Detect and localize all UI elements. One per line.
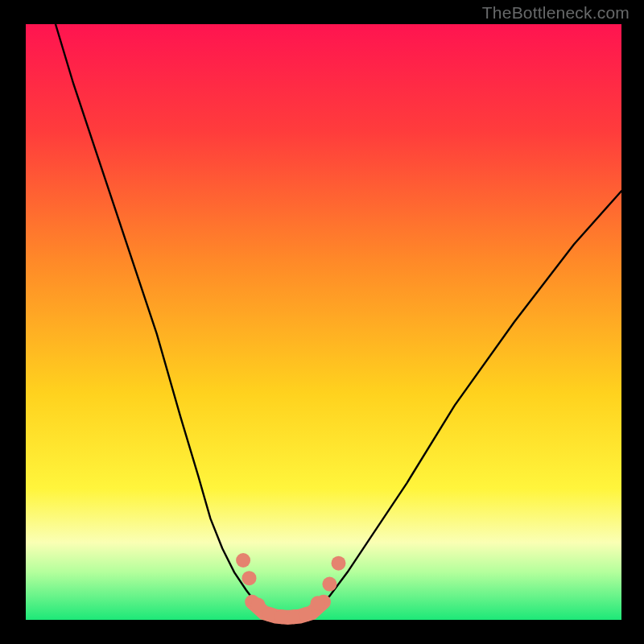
data-marker <box>287 609 301 624</box>
chart-frame: TheBottleneck.com <box>0 0 644 644</box>
watermark-label: TheBottleneck.com <box>482 3 630 23</box>
data-marker <box>242 571 257 585</box>
data-marker <box>299 607 313 621</box>
data-marker <box>311 596 325 610</box>
plot-area <box>26 24 621 620</box>
data-marker <box>322 577 336 592</box>
data-marker <box>262 607 277 621</box>
data-marker <box>251 598 266 613</box>
data-marker <box>236 553 250 568</box>
data-marker <box>332 556 346 571</box>
chart-svg <box>0 0 644 644</box>
